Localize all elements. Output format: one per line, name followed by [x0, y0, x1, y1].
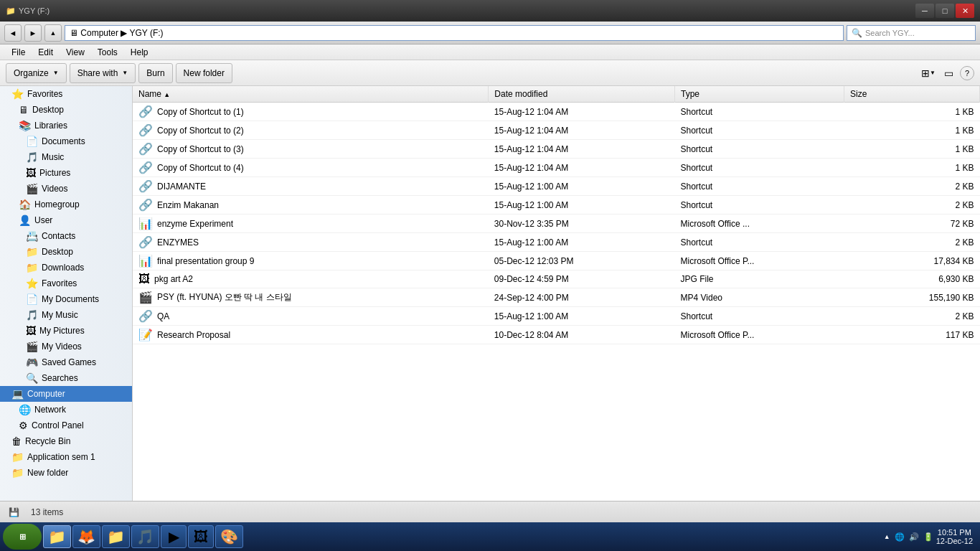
show-hidden-icon[interactable]: ▲ [884, 533, 890, 540]
taskbar-paint[interactable]: 🎨 [215, 525, 243, 548]
table-row[interactable]: 🔗 Copy of Shortcut to (4) 15-Aug-12 1:04… [133, 159, 980, 177]
taskbar-video[interactable]: ▶ [161, 525, 187, 548]
table-row[interactable]: 🖼 pkg art A2 09-Dec-12 4:59 PM JPG File … [133, 270, 980, 288]
sidebar-item-desktop2[interactable]: 📁 Desktop [0, 244, 132, 260]
file-icon: 📊 [138, 254, 153, 268]
organize-label: Organize [14, 68, 49, 78]
menu-edit[interactable]: Edit [32, 46, 59, 59]
sidebar-item-savedgames[interactable]: 🎮 Saved Games [0, 354, 132, 370]
clock[interactable]: 10:51 PM 12-Dec-12 [936, 528, 973, 545]
file-name: QA [157, 311, 169, 321]
sidebar-item-appsem1[interactable]: 📁 Application sem 1 [0, 449, 132, 465]
sidebar-item-contacts[interactable]: 📇 Contacts [0, 228, 132, 244]
table-row[interactable]: 🔗 QA 15-Aug-12 1:00 AM Shortcut 2 KB [133, 307, 980, 326]
table-row[interactable]: 🎬 PSY (ft. HYUNA) 오빤 딱 내 스타일 24-Sep-12 4… [133, 288, 980, 307]
up-button[interactable]: ▲ [44, 24, 62, 42]
sidebar-item-music[interactable]: 🎵 Music [0, 149, 132, 165]
sidebar-homegroup-label: Homegroup [34, 199, 80, 209]
pictures-icon: 🖼 [26, 167, 36, 179]
sidebar-searches-label: Searches [42, 373, 78, 383]
menu-file[interactable]: File [6, 46, 31, 59]
sidebar-item-mypictures[interactable]: 🖼 My Pictures [0, 323, 132, 339]
table-row[interactable]: 📊 final presentation group 9 05-Dec-12 1… [133, 252, 980, 270]
column-type[interactable]: Type [675, 86, 844, 103]
view-options-button[interactable]: ⊞▼ [920, 65, 937, 82]
forward-button[interactable]: ► [24, 24, 42, 42]
search-box[interactable]: 🔍 Search YGY... [847, 25, 976, 41]
menu-help[interactable]: Help [125, 46, 154, 59]
file-size: 1 KB [844, 121, 980, 140]
taskbar-explorer[interactable]: 📁 [43, 525, 71, 548]
sidebar-network-label: Network [34, 405, 66, 415]
taskbar-firefox[interactable]: 🦊 [72, 525, 100, 548]
sidebar-item-user[interactable]: 👤 User [0, 212, 132, 228]
sidebar-item-homegroup[interactable]: 🏠 Homegroup [0, 197, 132, 212]
column-size[interactable]: Size [844, 86, 980, 103]
user-icon: 👤 [19, 215, 31, 226]
taskbar-media[interactable]: 🎵 [131, 525, 159, 548]
file-name-cell: 🔗 Copy of Shortcut to (2) [133, 121, 489, 140]
table-row[interactable]: 🔗 Copy of Shortcut to (1) 15-Aug-12 1:04… [133, 103, 980, 121]
file-name: Copy of Shortcut to (1) [157, 107, 244, 117]
table-row[interactable]: 📝 Research Proposal 10-Dec-12 8:04 AM Mi… [133, 326, 980, 344]
table-row[interactable]: 📊 enzyme Experiment 30-Nov-12 3:35 PM Mi… [133, 215, 980, 233]
mydocuments-icon: 📄 [26, 293, 38, 305]
organize-button[interactable]: Organize ▼ [6, 63, 67, 83]
back-button[interactable]: ◄ [4, 24, 22, 42]
sidebar-item-computer[interactable]: 💻 Computer [0, 386, 132, 402]
file-size: 2 KB [844, 233, 980, 252]
sidebar-item-mydocuments[interactable]: 📄 My Documents [0, 291, 132, 307]
file-date: 15-Aug-12 1:04 AM [489, 103, 675, 121]
menu-view[interactable]: View [60, 46, 90, 59]
table-row[interactable]: 🔗 Copy of Shortcut to (3) 15-Aug-12 1:04… [133, 140, 980, 159]
sidebar-item-documents[interactable]: 📄 Documents [0, 133, 132, 149]
sidebar-item-searches[interactable]: 🔍 Searches [0, 370, 132, 386]
sidebar-item-network[interactable]: 🌐 Network [0, 402, 132, 418]
taskbar-folder2[interactable]: 📁 [102, 525, 130, 548]
file-date: 09-Dec-12 4:59 PM [489, 270, 675, 288]
explorer-icon: 📁 [48, 528, 66, 545]
address-path[interactable]: 🖥 Computer ▶ YGY (F:) [65, 25, 844, 41]
column-name[interactable]: Name ▲ [133, 86, 489, 103]
column-date[interactable]: Date modified [489, 86, 675, 103]
file-name-cell: 📝 Research Proposal [133, 326, 489, 344]
maximize-button[interactable]: □ [936, 4, 954, 18]
table-row[interactable]: 🔗 Copy of Shortcut to (2) 15-Aug-12 1:04… [133, 121, 980, 140]
sidebar-item-desktop[interactable]: 🖥 Desktop [0, 102, 132, 118]
share-with-button[interactable]: Share with ▼ [70, 63, 136, 83]
table-row[interactable]: 🔗 Enzim Makanan 15-Aug-12 1:00 AM Shortc… [133, 196, 980, 215]
file-type: MP4 Video [675, 288, 844, 307]
sidebar-item-favorites-label: Favorites [27, 89, 62, 99]
sidebar-item-newfolder[interactable]: 📁 New folder [0, 465, 132, 481]
minimize-button[interactable]: ─ [915, 4, 934, 18]
preview-pane-button[interactable]: ▭ [940, 65, 957, 82]
file-icon: 📝 [138, 328, 153, 342]
close-button[interactable]: ✕ [956, 4, 974, 18]
file-name: Copy of Shortcut to (3) [157, 144, 244, 154]
file-size: 17,834 KB [844, 252, 980, 270]
sidebar-item-myvideos[interactable]: 🎬 My Videos [0, 339, 132, 354]
sidebar-item-controlpanel[interactable]: ⚙ Control Panel [0, 418, 132, 433]
sidebar-item-libraries[interactable]: 📚 Libraries [0, 118, 132, 133]
sidebar-item-pictures[interactable]: 🖼 Pictures [0, 165, 132, 181]
file-type: Shortcut [675, 177, 844, 196]
sidebar-item-downloads[interactable]: 📁 Downloads [0, 260, 132, 276]
menu-tools[interactable]: Tools [92, 46, 123, 59]
help-button[interactable]: ? [960, 66, 974, 80]
file-size: 117 KB [844, 326, 980, 344]
sidebar-item-favorites[interactable]: ⭐ Favorites [0, 86, 132, 102]
desktop2-icon: 📁 [26, 246, 38, 258]
sidebar-item-videos[interactable]: 🎬 Videos [0, 181, 132, 197]
file-size: 2 KB [844, 307, 980, 326]
new-folder-button[interactable]: New folder [176, 63, 232, 83]
sidebar-item-mymusic[interactable]: 🎵 My Music [0, 307, 132, 323]
file-icon: 🖼 [138, 273, 150, 286]
table-row[interactable]: 🔗 DIJAMANTE 15-Aug-12 1:00 AM Shortcut 2… [133, 177, 980, 196]
sidebar-item-recyclebin[interactable]: 🗑 Recycle Bin [0, 433, 132, 449]
burn-button[interactable]: Burn [138, 63, 172, 83]
start-button[interactable]: ⊞ [3, 524, 42, 550]
libraries-icon: 📚 [19, 120, 31, 131]
sidebar-item-favorites2[interactable]: ⭐ Favorites [0, 276, 132, 291]
table-row[interactable]: 🔗 ENZYMES 15-Aug-12 1:00 AM Shortcut 2 K… [133, 233, 980, 252]
taskbar-photos[interactable]: 🖼 [188, 525, 214, 548]
